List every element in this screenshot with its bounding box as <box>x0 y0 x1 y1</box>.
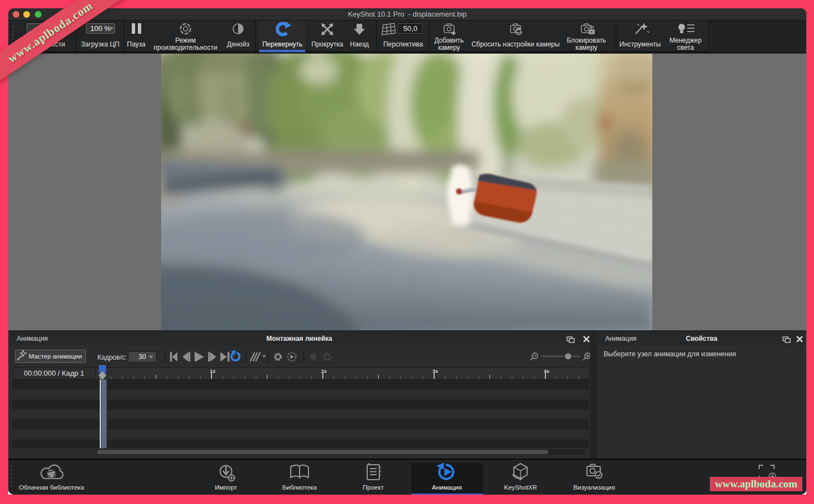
svg-text:4s: 4s <box>544 368 549 374</box>
svg-text:2s: 2s <box>321 368 327 374</box>
svg-text:3s: 3s <box>432 368 438 374</box>
svg-text:1s: 1s <box>210 368 215 374</box>
